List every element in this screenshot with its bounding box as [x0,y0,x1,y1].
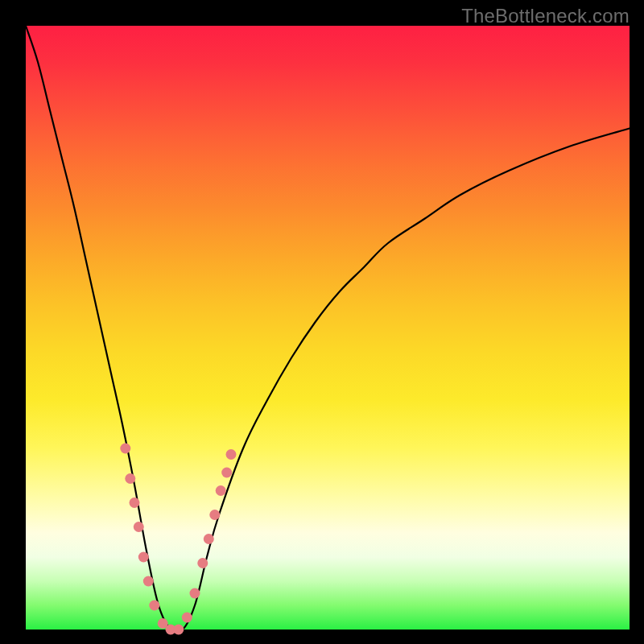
highlight-dot [182,613,192,623]
highlight-dots-group [120,444,236,635]
highlight-dot [190,588,200,599]
highlight-dot [149,601,159,611]
highlight-dot [226,449,237,460]
plot-area [26,26,630,630]
highlight-dot [209,510,220,520]
highlight-dot [197,558,208,568]
highlight-dot [138,552,149,563]
highlight-dot [216,485,226,496]
highlight-dot [143,576,154,587]
curve-layer [26,26,630,630]
highlight-dot [125,473,135,484]
watermark-text: TheBottleneck.com [461,5,630,27]
highlight-dot [173,625,184,635]
chart-stage: TheBottleneck.com [0,0,644,644]
highlight-dot [130,497,140,508]
bottleneck-curve [26,26,630,633]
highlight-dot [134,522,144,532]
highlight-dot [120,444,130,454]
highlight-dot [221,468,232,478]
highlight-dot [204,534,214,544]
